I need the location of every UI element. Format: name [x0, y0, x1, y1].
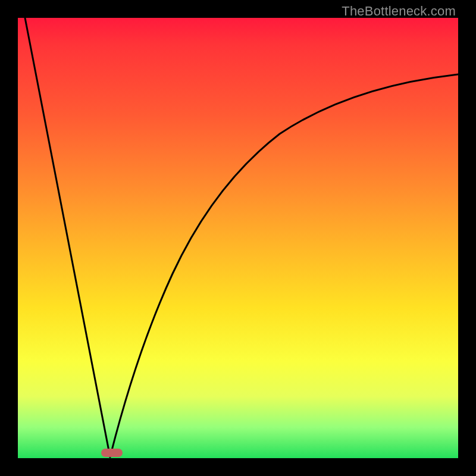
watermark-text: TheBottleneck.com — [342, 4, 456, 19]
minimum-marker — [101, 449, 123, 457]
bottleneck-curve — [18, 18, 458, 458]
chart-frame: TheBottleneck.com — [0, 0, 476, 476]
plot-area — [18, 18, 458, 458]
curve-left-branch — [25, 18, 110, 457]
curve-right-branch — [110, 74, 458, 457]
